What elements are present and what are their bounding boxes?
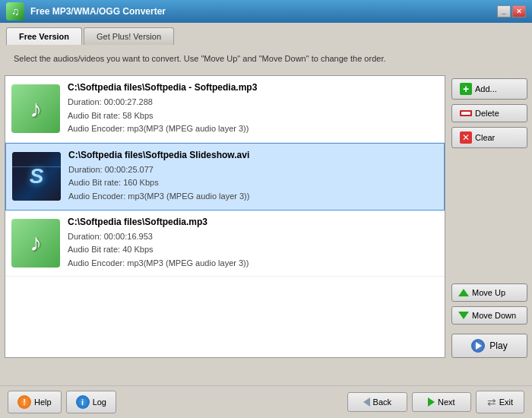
add-icon: + <box>460 83 472 95</box>
file-name-2: C:\Softpedia files\Softpedia Slideshow.a… <box>68 150 438 160</box>
footer: ! Help i Log Back Next ⇄ Exit <box>0 385 532 418</box>
file-encoder-3: Audio Encoder: mp3(MP3 (MPEG audio layer… <box>68 257 439 271</box>
log-button[interactable]: i Log <box>66 391 116 413</box>
main-content: ♪ C:\Softpedia files\Softpedia - Softped… <box>0 72 532 361</box>
back-label: Back <box>373 397 391 407</box>
file-info-2: C:\Softpedia files\Softpedia Slideshow.a… <box>68 150 438 204</box>
sidebar-buttons: + Add... Delete ✕ Clear Move Up Move Dow <box>451 75 527 358</box>
next-button[interactable]: Next <box>412 392 471 412</box>
file-duration-1: Duration: 00:00:27.288 <box>68 96 439 109</box>
tab-bar: Free Version Get Plus! Version <box>0 23 532 45</box>
help-label: Help <box>34 397 52 407</box>
file-duration-2: Duration: 00:00:25.077 <box>68 163 438 177</box>
move-down-button[interactable]: Move Down <box>451 306 527 325</box>
file-duration-3: Duration: 00:00:16.953 <box>68 230 439 244</box>
arrow-down-icon <box>458 312 469 319</box>
move-up-label: Move Up <box>472 288 505 297</box>
file-name-3: C:\Softpedia files\Softpedia.mp3 <box>68 217 439 227</box>
window-controls: _ ✕ <box>497 5 526 17</box>
file-item-2[interactable]: S C:\Softpedia files\Softpedia Slideshow… <box>5 143 445 211</box>
window-title: Free MP3/WMA/OGG Converter <box>30 6 497 17</box>
add-label: Add... <box>475 84 497 93</box>
exit-icon: ⇄ <box>487 396 496 408</box>
file-thumb-2: S <box>12 152 61 201</box>
file-thumb-1: ♪ <box>11 84 60 133</box>
move-down-label: Move Down <box>472 311 516 320</box>
file-item-1[interactable]: ♪ C:\Softpedia files\Softpedia - Softped… <box>5 76 445 143</box>
file-list[interactable]: ♪ C:\Softpedia files\Softpedia - Softped… <box>5 75 445 358</box>
arrow-up-icon <box>458 289 469 296</box>
play-label: Play <box>489 340 507 351</box>
file-info-3: C:\Softpedia files\Softpedia.mp3 Duratio… <box>68 217 439 271</box>
play-button[interactable]: Play <box>451 334 527 358</box>
tab-plus-version[interactable]: Get Plus! Version <box>84 27 174 45</box>
exit-button[interactable]: ⇄ Exit <box>476 391 524 413</box>
file-bitrate-3: Audio Bit rate: 40 Kbps <box>68 243 439 257</box>
play-triangle-icon <box>476 342 482 350</box>
clear-icon: ✕ <box>460 131 472 144</box>
help-icon: ! <box>17 395 31 409</box>
music-note-icon-3: ♪ <box>30 229 42 257</box>
minimize-button[interactable]: _ <box>497 5 511 17</box>
next-label: Next <box>438 397 455 407</box>
video-s-char: S <box>30 164 44 188</box>
music-note-icon: ♪ <box>30 95 42 123</box>
sidebar-spacer <box>451 153 527 279</box>
next-arrow-icon <box>428 397 435 407</box>
description-text: Select the audios/videos you want to con… <box>5 48 527 69</box>
delete-icon-svg <box>461 112 470 115</box>
play-circle-icon <box>471 339 485 353</box>
file-bitrate-1: Audio Bit rate: 58 Kbps <box>68 109 439 123</box>
add-button[interactable]: + Add... <box>451 78 527 100</box>
application-window: ♫ Free MP3/WMA/OGG Converter _ ✕ Free Ve… <box>0 0 532 418</box>
title-bar: ♫ Free MP3/WMA/OGG Converter _ ✕ <box>0 0 532 23</box>
video-preview: S <box>12 152 61 201</box>
file-info-1: C:\Softpedia files\Softpedia - Softpedia… <box>68 82 439 136</box>
clear-label: Clear <box>475 133 495 142</box>
file-encoder-2: Audio Encoder: mp3(MP3 (MPEG audio layer… <box>68 190 438 204</box>
delete-label: Delete <box>475 109 499 118</box>
back-button[interactable]: Back <box>347 392 407 412</box>
clear-button[interactable]: ✕ Clear <box>451 127 527 148</box>
help-button[interactable]: ! Help <box>8 391 62 413</box>
back-arrow-icon <box>363 397 370 407</box>
exit-label: Exit <box>499 397 513 407</box>
move-up-button[interactable]: Move Up <box>451 283 527 302</box>
delete-button[interactable]: Delete <box>451 104 527 122</box>
video-line <box>12 166 61 167</box>
delete-icon <box>460 110 472 116</box>
close-button[interactable]: ✕ <box>512 5 526 17</box>
file-encoder-1: Audio Encoder: mp3(MP3 (MPEG audio layer… <box>68 122 439 136</box>
file-thumb-3: ♪ <box>11 219 60 268</box>
file-name-1: C:\Softpedia files\Softpedia - Softpedia… <box>68 82 439 93</box>
tab-free-version[interactable]: Free Version <box>6 27 82 45</box>
log-label: Log <box>93 397 106 407</box>
app-icon: ♫ <box>6 2 24 21</box>
file-bitrate-2: Audio Bit rate: 160 Kbps <box>68 176 438 190</box>
svg-rect-0 <box>461 112 470 115</box>
info-icon: i <box>76 395 90 409</box>
file-item-3[interactable]: ♪ C:\Softpedia files\Softpedia.mp3 Durat… <box>5 211 445 277</box>
